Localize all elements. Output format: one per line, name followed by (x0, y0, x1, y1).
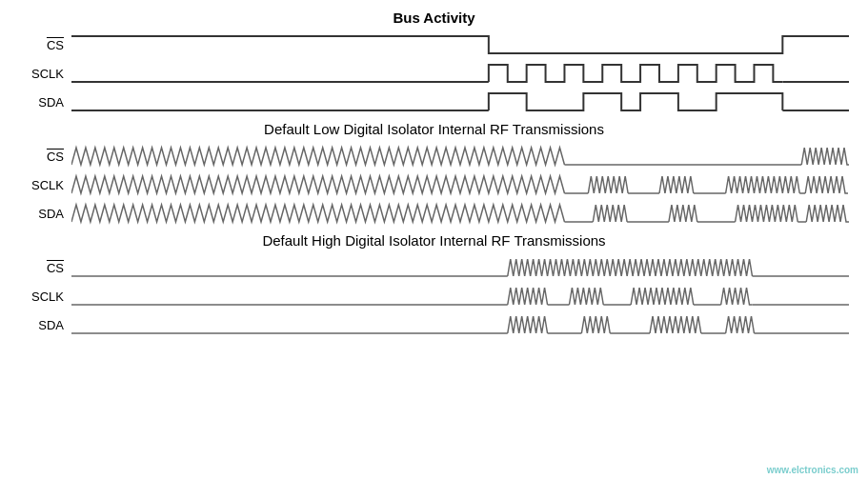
sclk-label-3: SCLK (19, 289, 71, 304)
sda-row-1: SDA (19, 89, 849, 115)
cs-row-2: CS (19, 143, 849, 170)
sclk-signal-2 (71, 172, 849, 197)
section3-title: Default High Digital Isolator Internal R… (19, 232, 849, 249)
watermark: www.elctronics.com (767, 465, 858, 475)
sda-label-2: SDA (19, 207, 71, 221)
section3: Default High Digital Isolator Internal R… (19, 232, 849, 338)
sclk-row-2: SCLK (19, 171, 849, 198)
sclk-label-1: SCLK (19, 67, 71, 81)
sda-row-2: SDA (19, 200, 849, 227)
cs-signal-1 (71, 32, 849, 57)
sclk-signal-3 (71, 284, 849, 309)
sclk-signal-1 (71, 61, 849, 86)
sda-signal-2 (71, 201, 849, 226)
cs-label-3: CS (19, 261, 71, 275)
sda-row-3: SDA (19, 311, 849, 338)
sda-signal-3 (71, 312, 849, 337)
diagram-container: Bus Activity CS SCLK (0, 0, 868, 479)
cs-row-1: CS (19, 31, 849, 58)
cs-signal-2 (71, 144, 849, 169)
sda-signal-1 (71, 90, 849, 114)
section1: Bus Activity CS SCLK (19, 10, 849, 115)
section2: Default Low Digital Isolator Internal RF… (19, 121, 849, 227)
sclk-row-1: SCLK (19, 60, 849, 87)
sda-label-3: SDA (19, 318, 71, 332)
cs-label-2: CS (19, 150, 71, 164)
section2-title: Default Low Digital Isolator Internal RF… (19, 121, 849, 137)
cs-signal-3 (71, 255, 849, 280)
sclk-row-3: SCLK (19, 283, 849, 309)
cs-row-3: CS (19, 254, 849, 281)
cs-label-1: CS (19, 38, 71, 52)
sclk-label-2: SCLK (19, 178, 71, 192)
sda-label-1: SDA (19, 95, 71, 110)
section1-title: Bus Activity (19, 10, 849, 26)
